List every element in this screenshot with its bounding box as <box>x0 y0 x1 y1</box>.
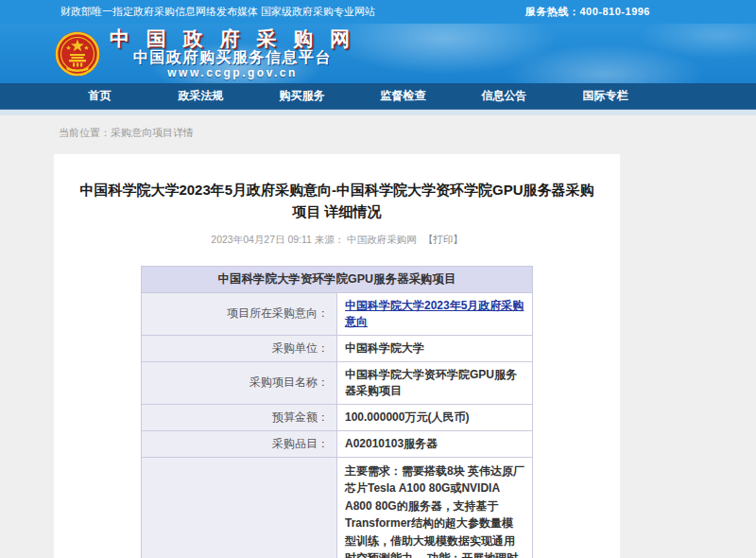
nav-item-laws[interactable]: 政采法规 <box>150 83 251 109</box>
breadcrumb: 当前位置：采购意向项目详情 <box>0 115 756 154</box>
hotline-label: 服务热线： <box>525 6 580 17</box>
row-value-budget: 100.000000万元(人民币) <box>337 404 533 430</box>
row-label-budget: 预算金额： <box>142 404 337 430</box>
article-meta: 2023年04月27日 09:11 来源： 中国政府采购网 【打印】 <box>54 234 620 247</box>
procurement-detail-table: 中国科学院大学资环学院GPU服务器采购项目 项目所在采购意向： 中国科学院大学2… <box>141 266 533 558</box>
service-hotline: 服务热线：400-810-1996 <box>525 5 650 19</box>
intention-link[interactable]: 中国科学院大学2023年5月政府采购意向 <box>345 299 524 328</box>
site-slogan: 财政部唯一指定政府采购信息网络发布媒体 国家级政府采购专业网站 <box>60 5 375 19</box>
hotline-number: 400-810-1996 <box>579 6 650 17</box>
row-value-project-name: 中国科学院大学资环学院GPU服务器采购项目 <box>337 361 533 404</box>
source-name: 中国政府采购网 <box>347 234 417 245</box>
nav-item-announcements[interactable]: 信息公告 <box>454 83 555 109</box>
nav-item-international[interactable]: 国际专栏 <box>555 83 656 109</box>
table-row: 采购项目名称： 中国科学院大学资环学院GPU服务器采购项目 <box>142 361 533 404</box>
breadcrumb-current: 采购意向项目详情 <box>111 127 194 138</box>
national-emblem-icon[interactable] <box>55 31 100 77</box>
content-card: 中国科学院大学2023年5月政府采购意向-中国科学院大学资环学院GPU服务器采购… <box>54 154 620 558</box>
source-label: 来源： <box>315 234 345 245</box>
row-label-intention: 项目所在采购意向： <box>142 292 337 335</box>
row-label-unit: 采购单位： <box>142 335 337 361</box>
nav-item-purchase[interactable]: 购买服务 <box>251 83 352 109</box>
row-value-requirements: 主要需求：需要搭载8块 英伟达原厂芯片Tesla A100 80G或NVIDIA… <box>337 457 533 558</box>
table-row: 采购单位： 中国科学院大学 <box>142 335 533 361</box>
row-label-project-name: 采购项目名称： <box>142 361 337 404</box>
site-subtitle: 中国政府购买服务信息平台 <box>133 49 332 66</box>
main-nav: 首页 政采法规 购买服务 监督检查 信息公告 国际专栏 <box>0 83 756 109</box>
row-value-unit: 中国科学院大学 <box>337 335 533 361</box>
row-label-category: 采购品目： <box>142 430 337 457</box>
row-value-category: A02010103服务器 <box>337 430 533 457</box>
table-title: 中国科学院大学资环学院GPU服务器采购项目 <box>142 266 533 292</box>
article-date: 2023年04月27日 09:11 <box>211 234 312 245</box>
site-name: 中 国 政 府 采 购 网 <box>110 28 355 49</box>
table-row: 采购需求概况： 主要需求：需要搭载8块 英伟达原厂芯片Tesla A100 80… <box>142 457 533 558</box>
table-row: 项目所在采购意向： 中国科学院大学2023年5月政府采购意向 <box>142 292 533 335</box>
nav-item-home[interactable]: 首页 <box>49 83 150 109</box>
table-row: 采购品目： A02010103服务器 <box>142 430 533 457</box>
print-button[interactable]: 【打印】 <box>423 234 463 245</box>
nav-item-supervision[interactable]: 监督检查 <box>352 83 454 109</box>
top-utility-bar: 财政部唯一指定政府采购信息网络发布媒体 国家级政府采购专业网站 服务热线：400… <box>0 0 756 24</box>
breadcrumb-label: 当前位置： <box>59 127 111 138</box>
table-row: 预算金额： 100.000000万元(人民币) <box>142 404 533 430</box>
site-title-block[interactable]: 中 国 政 府 采 购 网 中国政府购买服务信息平台 www.ccgp.gov.… <box>110 28 355 79</box>
site-url: www.ccgp.gov.cn <box>167 66 298 79</box>
nav-bottom-strip <box>0 109 756 115</box>
page-title: 中国科学院大学2023年5月政府采购意向-中国科学院大学资环学院GPU服务器采购… <box>75 179 599 223</box>
site-banner: 中 国 政 府 采 购 网 中国政府购买服务信息平台 www.ccgp.gov.… <box>0 24 756 83</box>
row-label-requirements: 采购需求概况： <box>142 457 337 558</box>
